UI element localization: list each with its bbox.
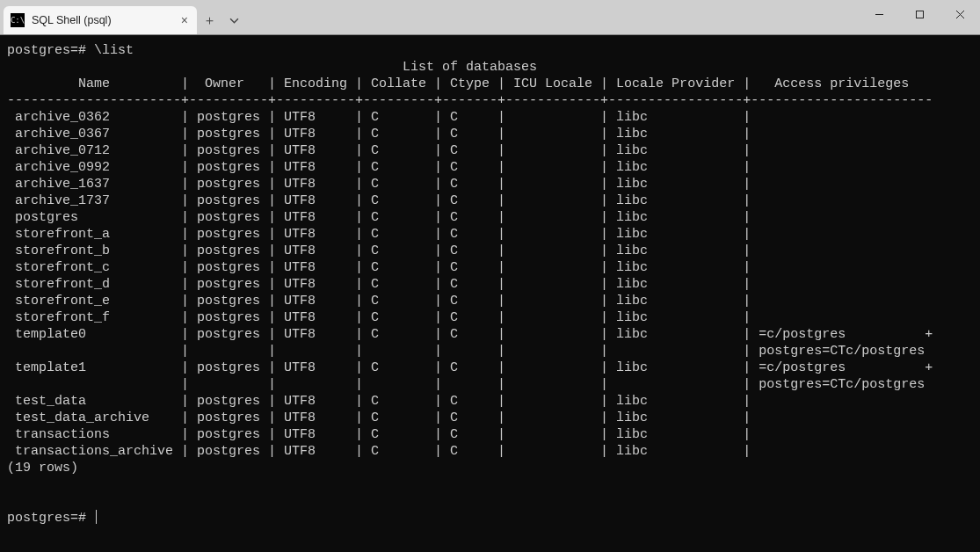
new-tab-button[interactable]: ＋ [197,8,221,33]
terminal-cursor [96,510,97,524]
tab-dropdown-button[interactable] [221,8,246,33]
minimize-button[interactable] [859,0,899,28]
maximize-button[interactable] [899,0,940,28]
minimize-icon [875,10,884,19]
terminal-icon: C:\ [11,13,25,27]
close-tab-icon[interactable]: × [181,14,188,26]
tab-sql-shell[interactable]: C:\ SQL Shell (psql) × [4,6,197,34]
maximize-icon [915,10,925,19]
tab-title: SQL Shell (psql) [32,14,112,26]
close-window-button[interactable] [940,0,980,28]
chevron-down-icon [229,16,239,25]
titlebar: C:\ SQL Shell (psql) × ＋ [0,0,980,35]
svg-rect-1 [916,11,923,18]
close-icon [955,10,965,19]
app-window: C:\ SQL Shell (psql) × ＋ postgres=# \lis… [0,0,980,552]
terminal-output[interactable]: postgres=# \list List of databases Name … [0,35,980,552]
window-controls [859,0,980,28]
tab-strip: C:\ SQL Shell (psql) × ＋ [0,0,246,34]
